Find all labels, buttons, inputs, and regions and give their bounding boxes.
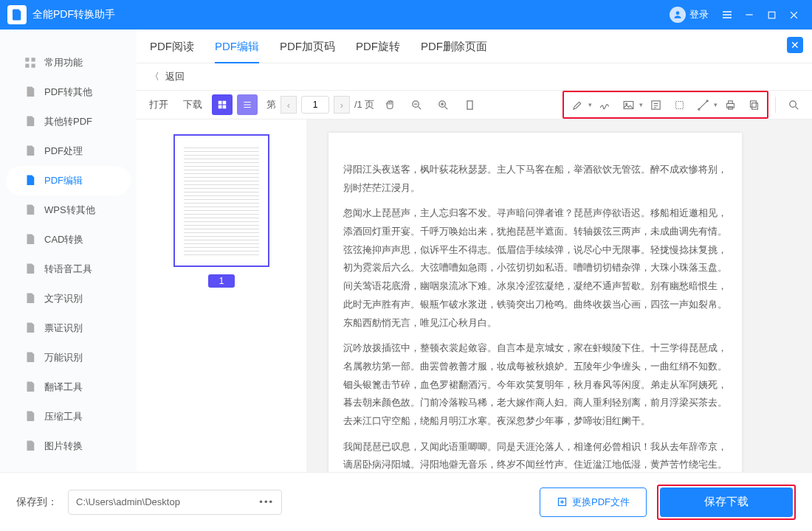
zoom-out-icon[interactable] — [405, 94, 427, 116]
sidebar-item-pdf-to-other[interactable]: PDF转其他 — [0, 77, 137, 107]
paragraph: 我闻琵琶已叹息，又闻此语重唧唧。同是天涯沦落人，相逢何必曾相识！我从去年辞帝京，… — [343, 438, 727, 472]
prev-page-button[interactable]: ‹ — [281, 96, 297, 114]
page-input[interactable] — [301, 96, 329, 114]
sidebar-item-compress[interactable]: 压缩工具 — [0, 402, 137, 431]
app-logo — [7, 5, 27, 24]
tabs: PDF阅读 PDF编辑 PDF加页码 PDF旋转 PDF删除页面 ✕ — [137, 30, 812, 63]
sidebar-item-universal[interactable]: 万能识别 — [0, 343, 137, 372]
thumbnail-number: 1 — [208, 274, 235, 288]
tab-pdf-rotate[interactable]: PDF旋转 — [356, 30, 400, 63]
next-page-button[interactable]: › — [334, 96, 350, 114]
change-pdf-button[interactable]: 更换PDF文件 — [540, 487, 647, 517]
avatar-icon — [670, 7, 686, 23]
app-title: 全能PDF转换助手 — [32, 8, 115, 21]
download-button[interactable]: 下载 — [178, 95, 207, 114]
crop-icon[interactable] — [668, 94, 690, 116]
svg-rect-5 — [32, 64, 35, 68]
page-content: 浔阳江头夜送客，枫叶荻花秋瑟瑟。主人下马客在船，举酒欲饮无管弦。醉不成欢惨将别，… — [328, 133, 742, 472]
svg-point-18 — [706, 100, 708, 101]
thumbnail-page-1[interactable] — [173, 134, 269, 267]
save-to-label: 保存到： — [16, 496, 58, 509]
tab-pdf-pagenum[interactable]: PDF加页码 — [280, 30, 335, 63]
single-page-icon[interactable] — [458, 94, 481, 116]
highlight-icon[interactable] — [566, 94, 588, 116]
tab-pdf-read[interactable]: PDF阅读 — [150, 30, 194, 63]
grid-view-icon[interactable] — [212, 94, 233, 115]
hand-tool-icon[interactable] — [379, 94, 401, 116]
svg-rect-16 — [675, 101, 683, 108]
search-icon[interactable] — [782, 94, 805, 116]
sidebar-item-translate[interactable]: 翻译工具 — [0, 372, 137, 402]
sidebar-item-image[interactable]: 图片转换 — [0, 431, 137, 461]
minimize-button[interactable] — [738, 4, 760, 26]
back-button[interactable]: 〈返回 — [137, 63, 812, 90]
paragraph: 忽闻水上琵琶声，主人忘归客不发。寻声暗问弹者谁？琵琶声停欲语迟。移船相近邀相见，… — [343, 204, 727, 332]
sidebar-item-wps[interactable]: WPS转其他 — [0, 195, 137, 225]
svg-rect-22 — [751, 103, 757, 109]
menu-icon[interactable] — [716, 4, 738, 26]
save-button-highlight: 保存下载 — [657, 485, 796, 520]
paragraph: 浔阳江头夜送客，枫叶荻花秋瑟瑟。主人下马客在船，举酒欲饮无管弦。醉不成欢惨将别，… — [343, 161, 727, 197]
sidebar-item-pdf-process[interactable]: PDF处理 — [0, 136, 137, 166]
browse-icon[interactable]: ••• — [259, 496, 274, 507]
login-button[interactable]: 登录 — [670, 7, 709, 23]
save-download-button[interactable]: 保存下载 — [660, 487, 793, 517]
svg-rect-9 — [223, 105, 227, 109]
svg-rect-23 — [750, 100, 756, 107]
thumbnail-panel: 1 — [137, 119, 306, 472]
sidebar-item-common[interactable]: 常用功能 — [0, 48, 137, 77]
svg-rect-7 — [223, 101, 227, 105]
note-icon[interactable] — [644, 94, 667, 116]
svg-point-17 — [698, 108, 699, 110]
list-view-icon[interactable] — [237, 94, 258, 115]
page-total: /1 页 — [354, 98, 374, 111]
image-icon[interactable] — [617, 94, 639, 116]
chevron-down-icon[interactable]: ▾ — [639, 101, 643, 108]
line-icon[interactable] — [692, 94, 714, 116]
preview-area[interactable]: 浔阳江头夜送客，枫叶荻花秋瑟瑟。主人下马客在船，举酒欲饮无管弦。醉不成欢惨将别，… — [306, 119, 812, 472]
sidebar-item-audio[interactable]: 转语音工具 — [0, 254, 137, 284]
sidebar-item-ocr[interactable]: 文字识别 — [0, 284, 137, 313]
svg-point-0 — [676, 11, 680, 15]
sidebar: 常用功能 PDF转其他 其他转PDF PDF处理 PDF编辑 WPS转其他 CA… — [0, 30, 137, 472]
chevron-down-icon[interactable]: ▾ — [714, 101, 718, 108]
titlebar: 全能PDF转换助手 登录 — [0, 0, 812, 30]
login-label: 登录 — [689, 8, 709, 21]
maximize-button[interactable] — [760, 4, 782, 26]
svg-rect-12 — [467, 100, 472, 108]
svg-rect-1 — [768, 12, 775, 18]
copy-icon[interactable] — [743, 94, 765, 116]
tab-pdf-delete[interactable]: PDF删除页面 — [421, 30, 487, 63]
tabs-close-icon[interactable]: ✕ — [787, 37, 803, 53]
signature-icon[interactable] — [593, 94, 616, 116]
sidebar-item-cad[interactable]: CAD转换 — [0, 225, 137, 254]
close-button[interactable] — [782, 4, 805, 26]
toolbar: 打开 下载 第 ‹ › /1 页 ▾ ▾ ▾ — [137, 90, 812, 119]
page-prefix: 第 — [266, 98, 276, 111]
sidebar-item-other-to-pdf[interactable]: 其他转PDF — [0, 107, 137, 136]
svg-rect-20 — [728, 100, 732, 103]
open-button[interactable]: 打开 — [144, 95, 173, 114]
chevron-down-icon[interactable]: ▾ — [588, 101, 592, 108]
paragraph: 沉吟放拨插弦中，整顿衣裳起敛容。自言本是京城女，家在虾蟆陵下住。十三学得琵琶成，… — [343, 339, 727, 430]
svg-rect-3 — [32, 58, 35, 61]
annotation-toolbar: ▾ ▾ ▾ — [562, 91, 768, 119]
save-path: C:\Users\admin\Desktop — [76, 496, 259, 507]
svg-rect-8 — [219, 105, 222, 109]
save-path-box[interactable]: C:\Users\admin\Desktop ••• — [68, 490, 282, 515]
print-icon[interactable] — [719, 94, 741, 116]
svg-rect-2 — [25, 58, 29, 61]
svg-rect-6 — [219, 101, 222, 105]
tab-pdf-edit[interactable]: PDF编辑 — [215, 30, 259, 63]
svg-point-24 — [789, 100, 796, 107]
zoom-in-icon[interactable] — [432, 94, 454, 116]
footer: 保存到： C:\Users\admin\Desktop ••• 更换PDF文件 … — [0, 472, 812, 531]
chevron-left-icon: 〈 — [150, 70, 159, 83]
sidebar-item-pdf-edit[interactable]: PDF编辑 — [6, 166, 131, 195]
svg-rect-4 — [25, 64, 29, 68]
sidebar-item-ticket[interactable]: 票证识别 — [0, 313, 137, 343]
